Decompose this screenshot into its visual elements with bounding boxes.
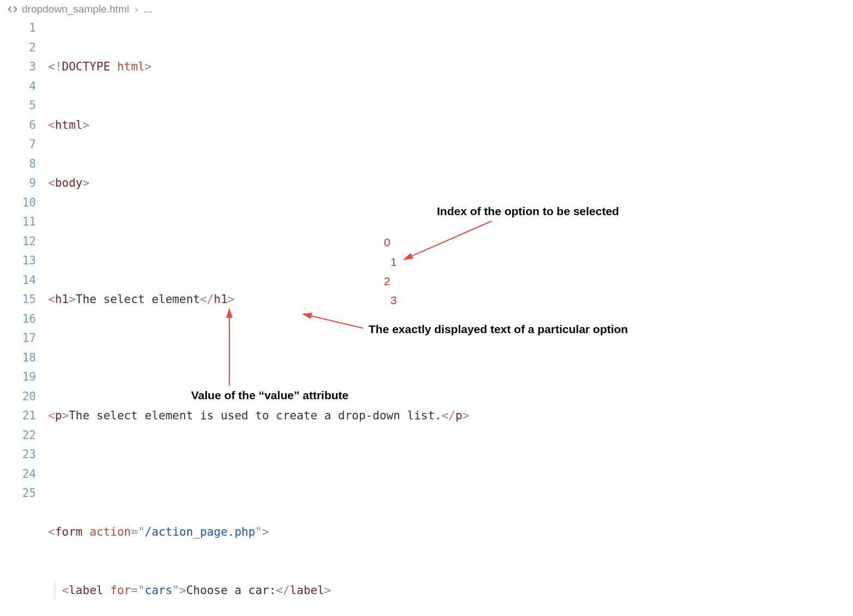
doctype: DOCTYPE — [62, 60, 110, 73]
code-line[interactable] — [48, 348, 853, 368]
breadcrumb[interactable]: dropdown_sample.html › ... — [0, 0, 853, 16]
tag: label — [290, 584, 324, 597]
tag: h1 — [55, 293, 69, 306]
code-line[interactable]: <h1>The select element</h1> — [48, 290, 853, 310]
line-number: 13 — [0, 251, 36, 271]
punct: < — [48, 119, 55, 132]
space — [103, 584, 110, 597]
line-number: 12 — [0, 232, 36, 252]
line-number: 6 — [0, 116, 36, 135]
code-line[interactable] — [48, 232, 853, 252]
line-number: 18 — [0, 348, 36, 368]
code-line[interactable]: <p>The select element is used to create … — [48, 406, 853, 426]
chevron-right-icon: › — [134, 3, 138, 15]
punct: </ — [200, 293, 214, 306]
punct: < — [48, 293, 55, 306]
line-number: 3 — [0, 57, 36, 77]
punct: = — [131, 584, 138, 597]
punct: " — [255, 525, 262, 538]
code-line[interactable]: <body> — [48, 174, 853, 193]
tag: h1 — [214, 293, 227, 306]
line-number: 10 — [0, 193, 36, 213]
punct: < — [48, 525, 55, 538]
line-number: 1 — [0, 19, 36, 38]
punct: > — [62, 409, 69, 422]
code-line[interactable]: <html> — [48, 116, 853, 135]
tag: label — [69, 584, 103, 597]
punct: < — [62, 584, 69, 597]
code-line[interactable]: <form action="/action_page.php"> — [48, 523, 853, 542]
line-number: 21 — [0, 406, 36, 426]
attr: for — [110, 584, 131, 597]
line-number: 14 — [0, 271, 36, 291]
text: Choose a car: — [186, 584, 276, 597]
tag: body — [55, 176, 83, 189]
line-number: 16 — [0, 310, 36, 329]
tag: p — [55, 409, 62, 422]
punct: > — [228, 293, 235, 306]
punct: <! — [48, 60, 62, 73]
punct: " — [173, 584, 180, 597]
line-number: 15 — [0, 290, 36, 310]
line-number: 2 — [0, 38, 36, 58]
line-number: 5 — [0, 96, 36, 116]
string: /action_page.php — [145, 525, 255, 538]
punct: > — [179, 584, 186, 597]
punct: > — [262, 525, 269, 538]
text: The select element — [76, 293, 200, 306]
code-line[interactable] — [48, 465, 853, 484]
line-number: 25 — [0, 484, 36, 504]
line-number: 24 — [0, 465, 36, 484]
line-number: 7 — [0, 135, 36, 155]
tag: p — [455, 409, 463, 422]
punct: > — [324, 584, 331, 597]
punct: > — [69, 293, 76, 306]
breadcrumb-file[interactable]: dropdown_sample.html — [22, 3, 129, 15]
tag: form — [55, 525, 83, 538]
punct: > — [82, 176, 90, 189]
punct: > — [82, 119, 90, 132]
code-area[interactable]: <!DOCTYPE html> <html> <body> <h1>The se… — [48, 16, 853, 616]
punct: " — [138, 525, 145, 538]
punct: " — [138, 584, 145, 597]
line-number: 23 — [0, 445, 36, 465]
code-file-icon — [8, 4, 17, 14]
attr: action — [90, 525, 131, 538]
line-number: 17 — [0, 329, 36, 348]
line-number: 11 — [0, 212, 36, 232]
line-number: 8 — [0, 155, 36, 174]
line-number: 22 — [0, 426, 36, 446]
punct: </ — [442, 409, 455, 422]
string: cars — [145, 584, 173, 597]
line-number: 19 — [0, 368, 36, 387]
code-editor[interactable]: 1 2 3 4 5 6 7 8 9 10 11 12 13 14 15 16 1… — [0, 16, 853, 616]
line-number: 9 — [0, 174, 36, 193]
tag: html — [55, 119, 83, 132]
text: The select element is used to create a d… — [69, 409, 442, 422]
line-number: 20 — [0, 387, 36, 407]
punct: > — [145, 60, 152, 73]
punct: < — [48, 409, 55, 422]
punct: </ — [276, 584, 289, 597]
line-number: 4 — [0, 77, 36, 97]
punct: > — [463, 409, 470, 422]
doctype-arg: html — [110, 60, 145, 73]
space — [82, 525, 90, 538]
punct: = — [131, 525, 138, 538]
line-number-gutter: 1 2 3 4 5 6 7 8 9 10 11 12 13 14 15 16 1… — [0, 16, 48, 616]
punct: < — [48, 176, 55, 189]
code-line[interactable]: <!DOCTYPE html> — [48, 57, 853, 77]
breadcrumb-rest[interactable]: ... — [144, 3, 152, 15]
code-line[interactable]: <label for="cars">Choose a car:</label> — [48, 581, 853, 601]
